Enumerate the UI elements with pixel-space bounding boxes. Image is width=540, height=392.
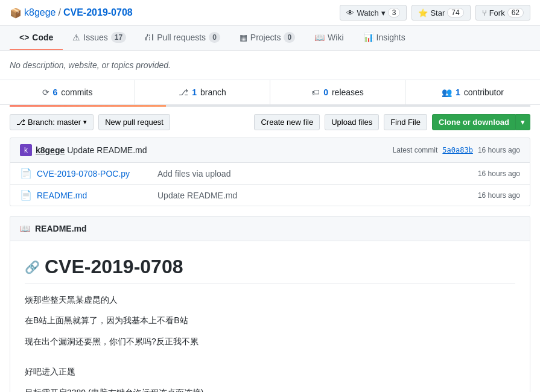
anchor-icon: 🔗 [25, 260, 40, 274]
file-name-link[interactable]: README.md [37, 191, 157, 200]
clone-dropdown-button[interactable]: ▾ [516, 114, 530, 130]
repo-name-link[interactable]: CVE-2019-0708 [63, 7, 133, 18]
fork-icon: ⑂ [482, 8, 487, 17]
branches-label: branch [200, 87, 226, 97]
file-time: 16 hours ago [478, 169, 520, 178]
upload-files-button[interactable]: Upload files [325, 114, 379, 130]
file-nav-right: Create new file Upload files Find File C… [254, 114, 530, 130]
commits-label: commits [61, 87, 92, 97]
commit-time: 16 hours ago [478, 146, 520, 154]
star-count: 74 [447, 8, 463, 17]
branch-selector[interactable]: ⎇ Branch: master [10, 114, 94, 130]
create-new-file-button[interactable]: Create new file [254, 114, 320, 130]
fork-button[interactable]: ⑂ Fork 62 [475, 5, 530, 21]
watch-dropdown-icon: ▾ [381, 8, 386, 17]
pr-badge: 0 [209, 32, 220, 43]
star-icon: ⭐ [418, 8, 428, 17]
avatar: k [20, 144, 32, 156]
contributors-label: contributor [464, 87, 504, 97]
commit-meta: Latest commit 5a0a83b 16 hours ago [393, 146, 520, 154]
file-nav-left: ⎇ Branch: master New pull request [10, 114, 170, 130]
wiki-icon: 📖 [314, 33, 325, 42]
tab-projects-label: Projects [250, 33, 281, 42]
file-commit-msg: Update README.md [157, 191, 478, 200]
readme-title: README.md [35, 224, 87, 233]
owner-link[interactable]: k8gege [24, 7, 56, 18]
table-row: 📄 CVE-2019-0708-POC.py Add files via upl… [10, 163, 530, 184]
file-icon: 📄 [20, 168, 32, 179]
code-icon: <> [19, 33, 29, 42]
file-nav: ⎇ Branch: master New pull request Create… [0, 107, 540, 138]
issues-icon: ⚠ [72, 33, 80, 42]
star-button[interactable]: ⭐ Star 74 [411, 5, 470, 21]
find-file-button[interactable]: Find File [384, 114, 427, 130]
contributors-stat[interactable]: 👥 1 contributor [405, 80, 540, 104]
commit-message: Update README.md [67, 145, 147, 155]
readme-paragraph-5: 目标需开启3389 (电脑右键允许远程连桌面连接) [25, 386, 515, 392]
committer-link[interactable]: k8gege [36, 145, 65, 155]
commits-stat[interactable]: ⟳ 6 commits [0, 80, 135, 104]
repo-title: 📦 k8gege / CVE-2019-0708 [10, 7, 133, 19]
tab-issues-label: Issues [83, 33, 107, 42]
file-time: 16 hours ago [478, 191, 520, 200]
commit-bar: k k8gege Update README.md Latest commit … [10, 138, 530, 163]
projects-icon: ▦ [240, 33, 247, 42]
file-table: 📄 CVE-2019-0708-POC.py Add files via upl… [10, 163, 530, 206]
watch-button[interactable]: 👁 Watch ▾ 3 [340, 5, 407, 21]
tag-icon: 🏷 [311, 87, 320, 97]
tab-issues[interactable]: ⚠ Issues 17 [63, 26, 136, 50]
readme-paragraph-2: 在B站上面黑就算了，因为我基本上不看B站 [25, 314, 515, 327]
releases-stat[interactable]: 🏷 0 releases [270, 80, 405, 104]
branches-stat[interactable]: ⎇ 1 branch [135, 80, 270, 104]
clone-or-download-button[interactable]: Clone or download [432, 114, 516, 130]
tab-wiki[interactable]: 📖 Wiki [305, 26, 353, 50]
book-icon: 📖 [20, 224, 30, 233]
tab-insights-label: Insights [376, 33, 405, 42]
tab-projects[interactable]: ▦ Projects 0 [230, 26, 305, 50]
branch-icon: ⎇ [179, 87, 188, 97]
repo-icon: 📦 [10, 7, 22, 19]
star-label: Star [430, 8, 445, 17]
description-text: No description, website, or topics provi… [10, 60, 171, 70]
projects-badge: 0 [284, 32, 295, 43]
branches-count[interactable]: 1 [192, 87, 197, 97]
branch-label: Branch: master [28, 118, 81, 127]
watch-label: Watch [357, 8, 378, 17]
table-row: 📄 README.md Update README.md 16 hours ag… [10, 184, 530, 206]
releases-label: releases [332, 87, 364, 97]
eye-icon: 👁 [346, 8, 354, 17]
contributors-count[interactable]: 1 [456, 87, 460, 97]
file-icon: 📄 [20, 189, 32, 201]
latest-commit-label: Latest commit [393, 146, 438, 154]
readme-body: 🔗 CVE-2019-0708 烦那些整天黑某虚昆的人 在B站上面黑就算了，因为… [10, 241, 530, 392]
tab-insights[interactable]: 📊 Insights [354, 26, 415, 50]
tab-pull-requests[interactable]: ⛙ Pull requests 0 [136, 26, 230, 50]
watch-count: 3 [388, 8, 401, 17]
pr-icon: ⛙ [145, 33, 154, 42]
repo-header: 📦 k8gege / CVE-2019-0708 👁 Watch ▾ 3 ⭐ S… [0, 0, 540, 26]
clone-or-download-group: Clone or download ▾ [432, 114, 530, 130]
fork-count: 62 [507, 8, 524, 17]
commits-count[interactable]: 6 [53, 87, 58, 97]
new-pull-request-button[interactable]: New pull request [98, 114, 170, 130]
svg-text:k: k [24, 146, 28, 154]
file-name-link[interactable]: CVE-2019-0708-POC.py [37, 169, 157, 179]
insights-icon: 📊 [363, 33, 373, 42]
readme-main-title: CVE-2019-0708 [45, 256, 183, 278]
tab-wiki-label: Wiki [328, 33, 343, 42]
releases-count[interactable]: 0 [323, 87, 328, 97]
readme-paragraph-1: 烦那些整天黑某虚昆的人 [25, 293, 515, 306]
tab-pr-label: Pull requests [157, 33, 206, 42]
readme-header: 📖 README.md [10, 216, 530, 241]
breadcrumb-separator: / [59, 7, 61, 18]
tab-code-label: Code [32, 33, 53, 42]
contributors-icon: 👥 [442, 87, 452, 97]
tab-code[interactable]: <> Code [10, 26, 63, 50]
repo-description: No description, website, or topics provi… [0, 51, 540, 80]
fork-label: Fork [489, 8, 505, 17]
issues-badge: 17 [111, 32, 126, 43]
header-actions: 👁 Watch ▾ 3 ⭐ Star 74 ⑂ Fork 62 [340, 5, 530, 21]
stats-bar: ⟳ 6 commits ⎇ 1 branch 🏷 0 releases 👥 1 … [0, 80, 540, 105]
nav-tabs: <> Code ⚠ Issues 17 ⛙ Pull requests 0 ▦ … [0, 26, 540, 51]
commit-hash-link[interactable]: 5a0a83b [442, 146, 473, 154]
